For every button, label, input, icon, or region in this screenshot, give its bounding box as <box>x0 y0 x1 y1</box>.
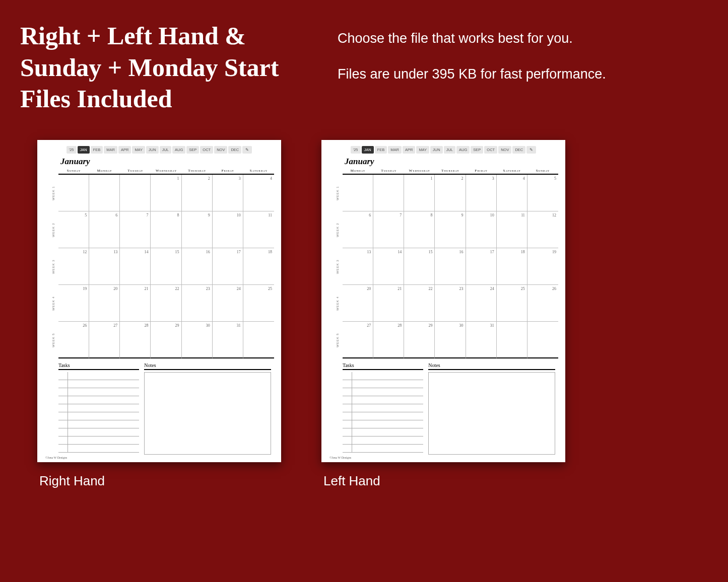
day-number: 23 <box>206 286 210 291</box>
day-cell: 7 <box>373 211 404 248</box>
pencil-icon[interactable]: ✎ <box>242 146 252 154</box>
month-button-jul[interactable]: JUL <box>160 146 171 154</box>
task-line <box>58 428 139 437</box>
month-button-dec[interactable]: DEC <box>228 146 241 154</box>
month-button-sep[interactable]: SEP <box>471 146 483 154</box>
day-header: Thursday <box>182 168 213 175</box>
month-button-mar[interactable]: MAR <box>104 146 117 154</box>
task-line <box>343 428 423 437</box>
task-line <box>58 445 139 453</box>
day-number: 23 <box>459 286 464 291</box>
day-cell: 15 <box>404 248 435 285</box>
month-button-jan[interactable]: JAN <box>362 146 374 154</box>
month-button-jun[interactable]: JUN <box>430 146 443 154</box>
day-number: 11 <box>268 213 272 217</box>
day-number: 6 <box>369 213 371 217</box>
day-cell: 8 <box>151 211 181 248</box>
desc-line-2: Files are under 395 KB for fast performa… <box>338 64 606 85</box>
task-line <box>343 372 423 380</box>
month-button-apr[interactable]: APR <box>403 146 415 154</box>
task-line <box>58 396 139 404</box>
month-button-jan[interactable]: JAN <box>78 146 90 154</box>
pencil-icon[interactable]: ✎ <box>526 146 536 154</box>
month-button-may[interactable]: MAY <box>132 146 145 154</box>
month-button-jun[interactable]: JUN <box>146 146 159 154</box>
day-header: Friday <box>213 168 243 175</box>
month-button-nov[interactable]: NOV <box>498 146 511 154</box>
task-line <box>343 437 423 445</box>
day-number: 2 <box>461 176 464 181</box>
credit: ©Jena W Designs <box>45 456 67 459</box>
month-button-dec[interactable]: DEC <box>512 146 525 154</box>
month-button-sep[interactable]: SEP <box>186 146 199 154</box>
day-cell: 14 <box>373 248 404 285</box>
month-button-nov[interactable]: NOV <box>214 146 227 154</box>
day-number: 19 <box>552 250 556 254</box>
month-button-oct[interactable]: OCT <box>484 146 497 154</box>
month-button-apr[interactable]: APR <box>118 146 131 154</box>
week-label: WEEK 5 <box>48 322 58 358</box>
task-line <box>58 412 139 420</box>
day-cell: 26 <box>527 285 558 322</box>
day-number: 13 <box>367 250 371 254</box>
tasks-section: Tasks <box>343 362 423 455</box>
month-button-may[interactable]: MAY <box>416 146 429 154</box>
task-line <box>58 372 139 380</box>
day-header: Saturday <box>497 168 527 175</box>
year-button[interactable]: '25 <box>351 146 361 154</box>
day-number: 12 <box>552 213 556 217</box>
tasks-section: Tasks <box>58 362 139 455</box>
day-number: 29 <box>175 323 179 328</box>
day-number: 24 <box>237 286 241 291</box>
day-number: 14 <box>398 250 402 254</box>
left-hand-preview: '25JANFEBMARAPRMAYJUNJULAUGSEPOCTNOVDEC✎… <box>321 140 565 489</box>
week-label: WEEK 4 <box>333 285 343 322</box>
day-cell: 24 <box>213 285 243 322</box>
day-cell: 14 <box>120 248 151 285</box>
desc-line-1: Choose the file that works best for you. <box>338 28 606 49</box>
left-hand-caption: Left Hand <box>323 473 565 489</box>
day-number: 9 <box>208 213 210 217</box>
month-button-mar[interactable]: MAR <box>388 146 402 154</box>
day-cell: 20 <box>343 285 373 322</box>
month-nav: '25JANFEBMARAPRMAYJUNJULAUGSEPOCTNOVDEC✎ <box>44 146 274 154</box>
task-line <box>343 445 423 453</box>
day-number: 16 <box>459 250 464 254</box>
day-cell: 8 <box>404 211 435 248</box>
week-labels: WEEK 1WEEK 2WEEK 3WEEK 4WEEK 5 <box>333 168 343 358</box>
week-label: WEEK 2 <box>48 211 58 248</box>
day-number: 14 <box>144 250 148 254</box>
notes-box <box>428 372 555 455</box>
day-number: 5 <box>554 176 556 181</box>
day-header: Monday <box>343 168 373 175</box>
day-cell: 10 <box>213 211 243 248</box>
day-cell: 19 <box>527 248 558 285</box>
month-button-jul[interactable]: JUL <box>444 146 455 154</box>
year-button[interactable]: '25 <box>67 146 77 154</box>
day-cell: 13 <box>89 248 120 285</box>
week-label: WEEK 5 <box>333 322 343 358</box>
day-number: 2 <box>208 176 210 181</box>
month-button-oct[interactable]: OCT <box>200 146 213 154</box>
week-label: WEEK 2 <box>333 211 343 248</box>
day-header: Tuesday <box>373 168 404 175</box>
right-hand-page: '25JANFEBMARAPRMAYJUNJULAUGSEPOCTNOVDEC✎… <box>37 140 281 462</box>
month-button-feb[interactable]: FEB <box>375 146 387 154</box>
week-label: WEEK 1 <box>48 175 58 211</box>
month-button-aug[interactable]: AUG <box>172 146 185 154</box>
month-button-aug[interactable]: AUG <box>456 146 470 154</box>
month-button-feb[interactable]: FEB <box>91 146 103 154</box>
day-number: 30 <box>459 323 464 328</box>
task-line <box>343 388 423 396</box>
day-cell: 1 <box>404 175 435 211</box>
calendar-grid-right: SundayMondayTuesdayWednesdayThursdayFrid… <box>58 168 274 358</box>
day-cell: 22 <box>404 285 435 322</box>
day-number: 1 <box>430 176 432 181</box>
month-nav: '25JANFEBMARAPRMAYJUNJULAUGSEPOCTNOVDEC✎ <box>328 146 558 154</box>
day-cell: 5 <box>58 211 89 248</box>
day-cell: 30 <box>182 322 213 358</box>
day-cell: 27 <box>343 322 373 358</box>
task-line <box>343 420 423 428</box>
day-cell: 23 <box>435 285 466 322</box>
day-number: 17 <box>490 250 494 254</box>
